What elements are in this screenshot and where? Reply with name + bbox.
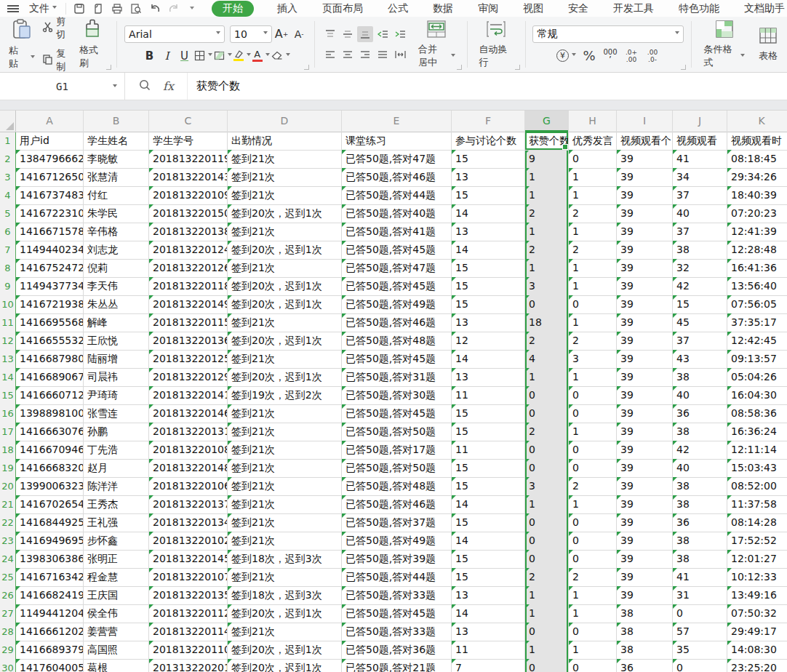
active-cell[interactable]: 获赞个数 bbox=[525, 132, 569, 151]
cell[interactable]: 已答50题,答对21题 bbox=[342, 659, 452, 672]
cell[interactable]: 12:28:48 bbox=[727, 241, 787, 260]
column-header-H[interactable]: H bbox=[569, 111, 617, 132]
cell[interactable]: 已答50题,答对39题 bbox=[342, 550, 452, 569]
cell[interactable]: 13 bbox=[452, 168, 525, 187]
save-icon[interactable] bbox=[73, 3, 85, 15]
cell[interactable]: 已答50题,答对17题 bbox=[342, 441, 452, 460]
cell[interactable]: 12:11:14 bbox=[727, 441, 787, 460]
wrap-dialog-launcher[interactable] bbox=[515, 65, 520, 70]
increase-indent-button[interactable] bbox=[392, 26, 408, 42]
cell[interactable]: 0 bbox=[525, 459, 569, 478]
percent-button[interactable]: % bbox=[581, 48, 597, 64]
cell[interactable]: 38 bbox=[617, 604, 673, 623]
cell[interactable]: 学生学号 bbox=[149, 132, 228, 151]
tab-视图[interactable]: 视图 bbox=[522, 1, 545, 16]
cell[interactable]: 签到20次，迟到1次 bbox=[228, 641, 342, 660]
print-preview-icon[interactable] bbox=[130, 3, 142, 15]
row-header-20[interactable]: 20 bbox=[0, 477, 16, 496]
column-header-B[interactable]: B bbox=[84, 111, 149, 132]
bold-button[interactable]: B bbox=[142, 48, 158, 64]
cell[interactable]: 201813220134 bbox=[149, 513, 228, 532]
cell[interactable]: 39 bbox=[617, 313, 673, 332]
cell[interactable]: 201813220150 bbox=[149, 204, 228, 223]
cell[interactable]: 201813220129 bbox=[149, 368, 228, 387]
cell[interactable]: 201813220118 bbox=[149, 277, 228, 296]
cell[interactable]: 1 bbox=[525, 259, 569, 278]
column-header-D[interactable]: D bbox=[228, 111, 342, 132]
cell[interactable]: 4 bbox=[525, 350, 569, 369]
cell[interactable]: 38 bbox=[617, 623, 673, 641]
cell[interactable]: 2 bbox=[525, 423, 569, 441]
cell[interactable]: 1416660712 bbox=[16, 386, 84, 405]
cell[interactable]: 39 bbox=[617, 441, 673, 460]
cell[interactable]: 201813220145 bbox=[149, 550, 228, 569]
cell[interactable]: 学生姓名 bbox=[84, 132, 149, 151]
cell[interactable]: 签到21次 bbox=[228, 495, 342, 514]
cell[interactable]: 35 bbox=[673, 641, 727, 660]
cell[interactable]: 15 bbox=[452, 477, 525, 496]
cell[interactable]: 1149437734 bbox=[16, 277, 84, 296]
tab-文档助手[interactable]: 文档助手 bbox=[743, 1, 786, 16]
number-dialog-launcher[interactable] bbox=[681, 65, 686, 70]
cell[interactable]: 07:50:32 bbox=[727, 604, 787, 623]
column-header-A[interactable]: A bbox=[16, 111, 84, 132]
cell[interactable]: 丁先浩 bbox=[84, 441, 149, 460]
cell[interactable]: 0 bbox=[569, 513, 617, 532]
cell[interactable]: 201813220109 bbox=[149, 186, 228, 205]
row-header-17[interactable]: 17 bbox=[0, 423, 16, 441]
cell[interactable]: 1416655532 bbox=[16, 332, 84, 351]
cell[interactable]: 视频观看时 bbox=[727, 132, 787, 151]
cell[interactable]: 高国照 bbox=[84, 641, 149, 660]
cell[interactable]: 1416695568 bbox=[16, 313, 84, 332]
distribute-button[interactable] bbox=[392, 47, 408, 63]
cell[interactable]: 39 bbox=[617, 168, 673, 187]
cell[interactable]: 签到21次 bbox=[228, 568, 342, 587]
cell[interactable]: 已答50题,答对30题 bbox=[342, 386, 452, 405]
row-header-15[interactable]: 15 bbox=[0, 386, 16, 405]
cell[interactable]: 程金慧 bbox=[84, 568, 149, 587]
cell[interactable]: 视频观看个 bbox=[617, 132, 673, 151]
align-middle-button[interactable] bbox=[340, 26, 356, 42]
row-header-14[interactable]: 14 bbox=[0, 368, 16, 387]
cell[interactable]: 0 bbox=[569, 386, 617, 405]
cell[interactable]: 201813220119 bbox=[149, 150, 228, 169]
cell[interactable]: 15 bbox=[452, 277, 525, 296]
cell[interactable]: 王秀杰 bbox=[84, 495, 149, 514]
cell[interactable]: 0 bbox=[569, 623, 617, 641]
shading-button[interactable] bbox=[214, 48, 232, 64]
cell[interactable]: 步怀鑫 bbox=[84, 532, 149, 551]
cell[interactable]: 已答50题,答对45题 bbox=[342, 241, 452, 260]
increase-decimal-button[interactable]: .0+.00 bbox=[623, 48, 639, 64]
row-header-29[interactable]: 29 bbox=[0, 641, 16, 660]
decrease-indent-button[interactable] bbox=[375, 26, 391, 42]
row-header-8[interactable]: 8 bbox=[0, 259, 16, 278]
cell[interactable]: 34 bbox=[673, 168, 727, 187]
row-header-16[interactable]: 16 bbox=[0, 404, 16, 423]
cell[interactable]: 已答50题,答对45题 bbox=[342, 404, 452, 423]
cell[interactable]: 14 bbox=[452, 204, 525, 223]
font-name-select[interactable]: Arial bbox=[124, 25, 225, 43]
cell[interactable]: 38 bbox=[673, 550, 727, 569]
cell[interactable]: 39 bbox=[617, 204, 673, 223]
cell[interactable]: 0 bbox=[569, 150, 617, 169]
cell[interactable]: 16:36:24 bbox=[727, 423, 787, 441]
cell[interactable]: 签到21次 bbox=[228, 150, 342, 169]
cell[interactable]: 0 bbox=[525, 623, 569, 641]
cell[interactable]: 3 bbox=[525, 277, 569, 296]
cell[interactable]: 14 bbox=[452, 532, 525, 551]
cell[interactable]: 签到20次，迟到1次 bbox=[228, 659, 342, 672]
cell[interactable]: 37 bbox=[673, 332, 727, 351]
cell[interactable]: 201813220107 bbox=[149, 568, 228, 587]
cell[interactable]: 201813220135 bbox=[149, 586, 228, 605]
cell[interactable]: 1416752472 bbox=[16, 259, 84, 278]
cell[interactable]: 12:42:45 bbox=[727, 332, 787, 351]
cell[interactable]: 解峰 bbox=[84, 313, 149, 332]
cell[interactable]: 39 bbox=[617, 350, 673, 369]
cell[interactable]: 15 bbox=[452, 550, 525, 569]
cell[interactable]: 朱丛丛 bbox=[84, 295, 149, 314]
cell[interactable]: 16:04:30 bbox=[727, 386, 787, 405]
cell[interactable]: 0 bbox=[525, 513, 569, 532]
search-icon[interactable] bbox=[138, 79, 151, 94]
cell[interactable]: 已答50题,答对36题 bbox=[342, 641, 452, 660]
cell[interactable]: 2 bbox=[569, 241, 617, 260]
